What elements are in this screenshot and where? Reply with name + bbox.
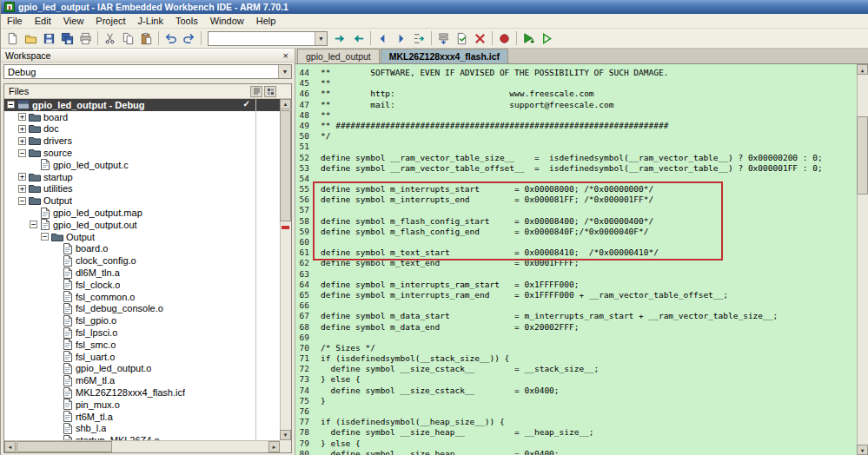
- code-line[interactable]: 74 define symbol __size_cstack__ = 0x040…: [295, 386, 857, 396]
- tree-expand-icon[interactable]: +: [18, 173, 26, 181]
- tree-item-doc[interactable]: +doc: [4, 123, 280, 135]
- save-icon[interactable]: [41, 30, 57, 47]
- tree-expand-icon[interactable]: +: [18, 137, 26, 145]
- workspace-scroll-thumb[interactable]: [280, 110, 291, 221]
- code-line[interactable]: 44** SOFTWARE, EVEN IF ADVISED OF THE PO…: [295, 68, 857, 78]
- workspace-vertical-scrollbar[interactable]: ▲ ▼: [280, 99, 291, 440]
- tree-item-fsl-uart-o[interactable]: fsl_uart.o: [4, 351, 280, 363]
- tree-item-dl6m-tln-a[interactable]: dl6M_tln.a: [4, 267, 280, 279]
- find-combo[interactable]: ▼: [208, 31, 328, 46]
- editor-scroll-thumb[interactable]: [857, 116, 868, 195]
- code-line[interactable]: 78 define symbol __size_heap__ = __heap_…: [295, 427, 857, 438]
- tree-item-mkl26z128xxx4-flash-icf[interactable]: MKL26Z128xxx4_flash.icf: [4, 386, 280, 399]
- menu-help[interactable]: Help: [250, 15, 282, 27]
- code-line[interactable]: 57: [295, 205, 857, 215]
- code-line[interactable]: 48**: [295, 110, 857, 121]
- tree-item-gpio-led-output-out[interactable]: −gpio_led_output.out: [4, 219, 280, 231]
- tree-item-fsl-debug-console-o[interactable]: fsl_debug_console.o: [4, 303, 280, 315]
- editor-scroll-up-icon[interactable]: ▲: [857, 64, 868, 75]
- code-line[interactable]: 66: [295, 300, 857, 311]
- code-line[interactable]: 65define symbol m_interrupts_ram_end = 0…: [295, 290, 857, 300]
- tree-item-startup-mkl26z4-o[interactable]: startup_MKL26Z4.o: [4, 434, 280, 440]
- code-line[interactable]: 71if (isdefinedsymbol(__stack_size__)) {: [295, 353, 857, 364]
- tree-item-output[interactable]: −Output: [4, 231, 280, 243]
- make-icon[interactable]: [435, 30, 452, 47]
- navigate-forward-icon[interactable]: [393, 30, 409, 47]
- configuration-dropdown[interactable]: Debug ▼: [3, 64, 292, 79]
- editor-vertical-scrollbar[interactable]: ▲ ▼: [857, 64, 868, 455]
- code-line[interactable]: 60: [295, 237, 857, 247]
- code-line[interactable]: 47** mail: support@freescale.com: [295, 100, 857, 110]
- code-line[interactable]: 80 define symbol __size_heap__ = 0x0400;: [295, 449, 857, 455]
- code-line[interactable]: 59define symbol m_flash_config_end = 0x0…: [295, 227, 857, 237]
- tree-item-rt6m-tl-a[interactable]: rt6M_tl.a: [4, 411, 280, 423]
- download-and-debug-icon[interactable]: [520, 30, 537, 47]
- tree-item-clock-config-o[interactable]: clock_config.o: [4, 254, 280, 267]
- undo-icon[interactable]: [162, 30, 179, 47]
- tree-item-gpio-led-output-c[interactable]: gpio_led_output.c: [4, 159, 280, 171]
- open-icon[interactable]: [23, 30, 39, 47]
- redo-icon[interactable]: [181, 30, 197, 47]
- code-line[interactable]: 75}: [295, 396, 857, 406]
- code-line[interactable]: 54: [295, 174, 857, 184]
- new-document-icon[interactable]: [4, 30, 21, 47]
- code-line[interactable]: 68define symbol m_data_end = 0x20002FFF;: [295, 322, 857, 333]
- workspace-hscroll-thumb[interactable]: [17, 441, 112, 452]
- tree-item-fsl-smc-o[interactable]: fsl_smc.o: [4, 339, 280, 351]
- tree-item-gpio-led-output-map[interactable]: gpio_led_output.map: [4, 207, 280, 219]
- files-columns-icon[interactable]: [250, 86, 262, 97]
- code-line[interactable]: 76: [295, 406, 857, 417]
- menu-project[interactable]: Project: [89, 15, 131, 27]
- code-line[interactable]: 62define symbol m_text_end = 0x0001FFFF;: [295, 258, 857, 268]
- stop-build-icon[interactable]: [472, 30, 488, 47]
- tree-expand-icon[interactable]: +: [18, 113, 26, 121]
- code-line[interactable]: 61define symbol m_text_start = 0x0000841…: [295, 247, 857, 258]
- tab-gpio-led-output[interactable]: gpio_led_output: [297, 49, 380, 63]
- code-line[interactable]: 46** http: www.freescale.com: [295, 89, 857, 99]
- navigate-back-icon[interactable]: [374, 30, 391, 47]
- tree-item-fsl-common-o[interactable]: fsl_common.o: [4, 291, 280, 303]
- code-line[interactable]: 55define symbol m_interrupts_start = 0x0…: [295, 184, 857, 195]
- tree-expand-icon[interactable]: +: [18, 125, 26, 133]
- tree-item-startup[interactable]: +startup: [4, 171, 280, 183]
- code-line[interactable]: 67define symbol m_data_start = m_interru…: [295, 311, 857, 321]
- cut-icon[interactable]: [102, 30, 118, 47]
- tree-item-gpio-led-output-o[interactable]: gpio_led_output.o: [4, 363, 280, 375]
- code-line[interactable]: 52define symbol __ram_vector_table_size_…: [295, 153, 857, 163]
- tree-collapse-icon[interactable]: −: [41, 233, 49, 241]
- code-line[interactable]: 53define symbol __ram_vector_table_offse…: [295, 163, 857, 174]
- code-line[interactable]: 63: [295, 269, 857, 280]
- files-overview-icon[interactable]: [264, 86, 276, 97]
- tree-item-shb-l-a[interactable]: shb_l.a: [4, 423, 280, 435]
- tree-item-drivers[interactable]: +drivers: [4, 135, 280, 147]
- scroll-left-icon[interactable]: ◄: [4, 441, 16, 452]
- code-line[interactable]: 45**: [295, 78, 857, 89]
- find-previous-icon[interactable]: [350, 30, 367, 47]
- tree-collapse-icon[interactable]: −: [18, 149, 26, 157]
- tab-mkl26z128xxx4-flash-icf[interactable]: MKL26Z128xxx4_flash.icf: [381, 49, 508, 63]
- tree-item-board-o[interactable]: board.o: [4, 243, 280, 255]
- menu-file[interactable]: File: [1, 15, 29, 27]
- tree-item-m6m-tl-a[interactable]: m6M_tl.a: [4, 374, 280, 386]
- scroll-up-icon[interactable]: ▲: [280, 99, 291, 109]
- title-bar[interactable]: gpio_led_output - IAR Embedded Workbench…: [1, 0, 868, 14]
- code-line[interactable]: 69: [295, 333, 857, 343]
- workspace-horizontal-scrollbar[interactable]: ◄ ►: [4, 440, 280, 452]
- compile-icon[interactable]: [454, 30, 470, 47]
- find-next-icon[interactable]: [332, 30, 348, 47]
- debug-without-downloading-icon[interactable]: [539, 30, 555, 47]
- tree-collapse-icon[interactable]: −: [18, 197, 26, 205]
- scroll-down-icon[interactable]: ▼: [280, 430, 291, 440]
- tree-collapse-icon[interactable]: −: [30, 221, 37, 228]
- code-line[interactable]: 79} else {: [295, 439, 857, 449]
- tree-item-pin-mux-o[interactable]: pin_mux.o: [4, 399, 280, 411]
- menu-view[interactable]: View: [57, 15, 90, 27]
- close-icon[interactable]: ×: [282, 51, 290, 60]
- editor-scroll-down-icon[interactable]: ▼: [857, 445, 868, 455]
- menu-edit[interactable]: Edit: [29, 15, 57, 27]
- code-line[interactable]: 56define symbol m_interrupts_end = 0x000…: [295, 195, 857, 205]
- code-line[interactable]: 72 define symbol __size_cstack__ = __sta…: [295, 364, 857, 374]
- code-line[interactable]: 73} else {: [295, 374, 857, 385]
- tree-item-fsl-lpsci-o[interactable]: fsl_lpsci.o: [4, 326, 280, 339]
- paste-icon[interactable]: [138, 30, 155, 47]
